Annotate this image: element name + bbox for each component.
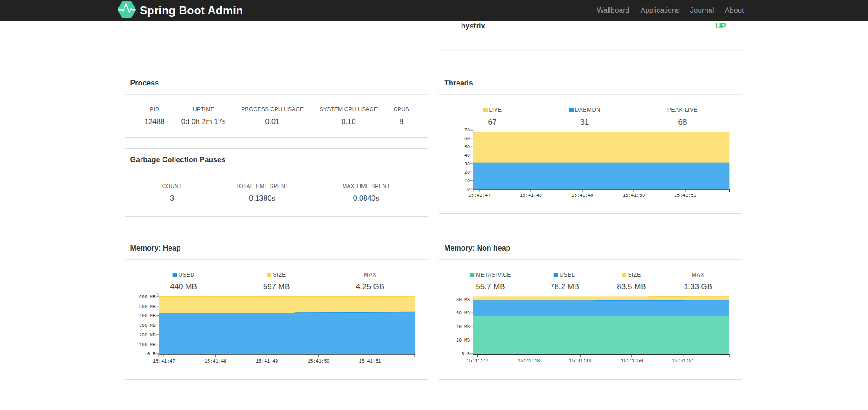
svg-text:500 MB: 500 MB — [139, 304, 156, 309]
svg-text:15:41:50: 15:41:50 — [621, 359, 643, 364]
svg-text:30: 30 — [464, 162, 470, 167]
svg-text:0: 0 — [467, 187, 470, 192]
svg-text:15:41:48: 15:41:48 — [518, 359, 540, 364]
svg-text:15:41:48: 15:41:48 — [204, 359, 226, 364]
svg-text:15:41:49: 15:41:49 — [571, 193, 593, 198]
svg-text:60: 60 — [464, 137, 470, 142]
svg-text:15:41:49: 15:41:49 — [569, 359, 592, 364]
svg-text:100 MB: 100 MB — [139, 342, 156, 347]
svg-text:15:41:49: 15:41:49 — [256, 359, 278, 364]
svg-text:200 MB: 200 MB — [139, 333, 156, 338]
svg-text:20 MB: 20 MB — [456, 338, 470, 343]
svg-text:300 MB: 300 MB — [139, 323, 156, 328]
svg-text:40 MB: 40 MB — [456, 325, 470, 330]
svg-text:50: 50 — [464, 145, 470, 150]
svg-text:15:41:51: 15:41:51 — [359, 359, 381, 364]
svg-text:70: 70 — [464, 128, 470, 133]
svg-text:15:41:47: 15:41:47 — [466, 359, 488, 364]
svg-text:15:41:50: 15:41:50 — [307, 359, 329, 364]
svg-text:60 MB: 60 MB — [456, 311, 470, 316]
svg-text:10: 10 — [464, 179, 470, 184]
svg-text:15:41:47: 15:41:47 — [468, 193, 490, 198]
svg-text:15:41:51: 15:41:51 — [672, 359, 694, 364]
svg-text:80 MB: 80 MB — [456, 297, 470, 302]
svg-text:15:41:48: 15:41:48 — [520, 193, 542, 198]
svg-text:400 MB: 400 MB — [139, 313, 156, 319]
svg-text:600 MB: 600 MB — [139, 295, 156, 300]
svg-text:0 B: 0 B — [462, 352, 470, 357]
svg-text:15:41:50: 15:41:50 — [623, 193, 645, 198]
svg-text:40: 40 — [464, 153, 470, 158]
svg-text:20: 20 — [464, 170, 470, 175]
svg-text:15:41:47: 15:41:47 — [153, 359, 175, 364]
svg-text:15:41:51: 15:41:51 — [674, 193, 696, 198]
svg-text:0 B: 0 B — [147, 352, 156, 357]
